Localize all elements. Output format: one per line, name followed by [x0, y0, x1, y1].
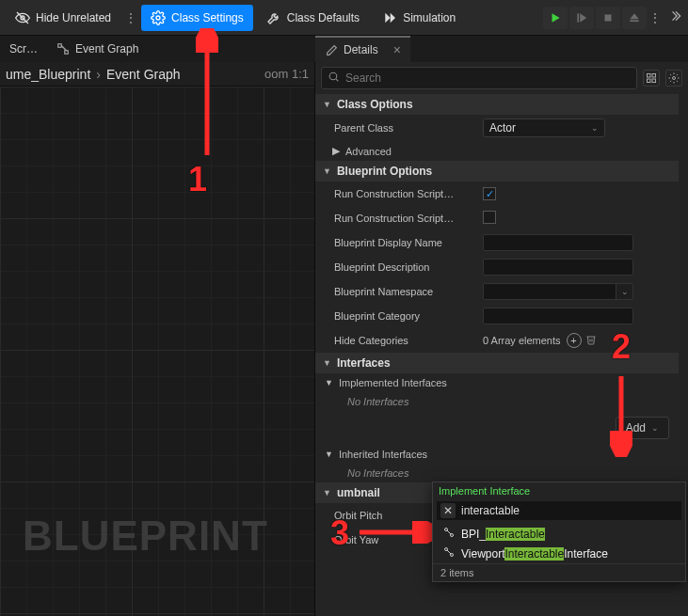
- play-button[interactable]: [543, 7, 568, 29]
- add-element-icon[interactable]: +: [567, 333, 582, 348]
- hide-unrelated-label: Hide Unrelated: [36, 11, 111, 24]
- svg-point-20: [673, 77, 676, 80]
- wrench-icon: [266, 10, 281, 25]
- settings-gear-icon[interactable]: [665, 70, 682, 87]
- clear-search-icon[interactable]: ✕: [440, 503, 456, 518]
- svg-marker-3: [385, 12, 390, 23]
- svg-line-26: [447, 550, 451, 554]
- zoom-indicator: oom 1:1: [264, 67, 309, 81]
- details-search-input[interactable]: [345, 71, 631, 85]
- toolbar-overflow-icon[interactable]: [669, 9, 682, 25]
- chevron-right-icon: ›: [96, 67, 101, 82]
- svg-rect-16: [648, 74, 651, 78]
- svg-rect-19: [652, 79, 656, 83]
- popup-search-input[interactable]: [461, 504, 678, 517]
- class-defaults-label: Class Defaults: [287, 11, 360, 24]
- category-input[interactable]: [483, 308, 633, 324]
- checkbox-checked[interactable]: ✓: [483, 187, 496, 200]
- implement-interface-popup: Implement Interface ✕ BPI_Interactable V…: [432, 482, 686, 582]
- inherited-interfaces-header[interactable]: ▼ Inherited Interfaces: [315, 445, 679, 464]
- class-settings-button[interactable]: Class Settings: [141, 5, 253, 31]
- tab-event-graph[interactable]: Event Graph: [47, 36, 148, 62]
- prop-category: Blueprint Category: [315, 304, 679, 328]
- step-button[interactable]: [569, 7, 594, 29]
- implemented-interfaces-header[interactable]: ▼ Implemented Interfaces: [315, 373, 679, 392]
- chevron-down-icon: ⌄: [651, 423, 659, 433]
- svg-rect-6: [577, 13, 579, 22]
- play-controls: ⋮: [543, 7, 682, 29]
- svg-line-15: [336, 79, 338, 81]
- graph-viewport[interactable]: ume_Blueprint › Event Graph oom 1:1 BLUE…: [0, 62, 314, 616]
- tab-scr[interactable]: Scr…: [0, 36, 47, 62]
- section-blueprint-options[interactable]: ▼ Blueprint Options: [315, 161, 679, 182]
- description-input[interactable]: [483, 259, 633, 276]
- namespace-input[interactable]: ⌄: [483, 283, 633, 300]
- breadcrumb-item[interactable]: Event Graph: [106, 67, 181, 82]
- simulation-label: Simulation: [403, 11, 456, 24]
- play-forward-icon: [382, 10, 397, 25]
- grid-view-icon[interactable]: [643, 70, 660, 87]
- interface-icon: [442, 527, 456, 541]
- gear-icon: [151, 10, 166, 25]
- add-interface-button[interactable]: Add ⌄: [616, 417, 669, 439]
- prop-parent-class: Parent Class Actor ⌄: [315, 115, 679, 141]
- prop-namespace: Blueprint Namespace ⌄: [315, 279, 679, 304]
- caret-right-icon: ▶: [332, 145, 340, 157]
- prop-display-name: Blueprint Display Name: [315, 230, 679, 255]
- svg-point-14: [329, 72, 337, 80]
- svg-marker-4: [391, 12, 395, 23]
- checkbox-unchecked[interactable]: [483, 211, 496, 224]
- svg-line-23: [447, 530, 451, 534]
- stop-button[interactable]: [596, 7, 620, 29]
- hide-unrelated-button[interactable]: Hide Unrelated: [6, 5, 120, 31]
- svg-rect-17: [652, 74, 656, 78]
- breadcrumb: ume_Blueprint › Event Graph oom 1:1: [0, 62, 314, 87]
- svg-point-2: [156, 16, 160, 20]
- svg-marker-9: [630, 13, 638, 19]
- svg-rect-8: [605, 14, 612, 21]
- popup-title: Implement Interface: [433, 482, 685, 499]
- chevron-down-icon: ⌄: [591, 123, 599, 133]
- class-defaults-button[interactable]: Class Defaults: [257, 5, 369, 31]
- details-search[interactable]: [321, 67, 637, 89]
- main-toolbar: Hide Unrelated ⋮ Class Settings Class De…: [0, 0, 688, 36]
- eye-off-icon: [15, 10, 30, 25]
- section-interfaces[interactable]: ▼ Interfaces: [315, 353, 679, 373]
- blueprint-watermark: BLUEPRINT: [23, 513, 268, 560]
- simulation-button[interactable]: Simulation: [373, 5, 465, 31]
- tab-strip: Scr… Event Graph Details ×: [0, 36, 688, 62]
- caret-down-icon: ▼: [323, 358, 331, 368]
- trash-icon[interactable]: [585, 334, 597, 348]
- caret-down-icon: ▼: [325, 450, 333, 459]
- tab-details[interactable]: Details ×: [315, 36, 410, 62]
- svg-rect-11: [58, 44, 62, 48]
- breadcrumb-item[interactable]: ume_Blueprint: [6, 67, 90, 82]
- caret-down-icon: ▼: [323, 100, 331, 109]
- prop-description: Blueprint Description: [315, 255, 679, 279]
- interface-icon: [442, 546, 456, 561]
- search-icon: [328, 71, 340, 86]
- class-settings-label: Class Settings: [171, 11, 244, 24]
- chevron-down-icon[interactable]: ⌄: [616, 284, 632, 299]
- popup-footer: 2 items: [433, 563, 685, 581]
- close-icon[interactable]: ×: [393, 42, 401, 57]
- play-more-icon[interactable]: ⋮: [648, 11, 662, 24]
- popup-item-bpi[interactable]: BPI_Interactable: [433, 524, 685, 544]
- display-name-input[interactable]: [483, 234, 633, 251]
- popup-item-viewport[interactable]: ViewportInteractableInterface: [433, 544, 685, 563]
- parent-class-dropdown[interactable]: Actor ⌄: [483, 118, 605, 137]
- caret-down-icon: ▼: [325, 378, 333, 387]
- prop-run-construction-1: Run Construction Script… ✓: [315, 182, 679, 206]
- svg-marker-5: [552, 13, 560, 22]
- caret-down-icon: ▼: [323, 166, 331, 176]
- toolbar-more-icon[interactable]: ⋮: [124, 11, 137, 24]
- no-interfaces-label: No Interfaces: [315, 392, 679, 411]
- graph-icon: [56, 42, 70, 55]
- advanced-toggle[interactable]: ▶ Advanced: [315, 141, 679, 161]
- svg-rect-12: [65, 51, 69, 55]
- caret-down-icon: ▼: [323, 488, 331, 498]
- section-class-options[interactable]: ▼ Class Options: [315, 94, 679, 115]
- no-interfaces-label-2: No Interfaces: [315, 464, 679, 482]
- eject-button[interactable]: [622, 7, 647, 29]
- popup-search: ✕: [437, 501, 681, 520]
